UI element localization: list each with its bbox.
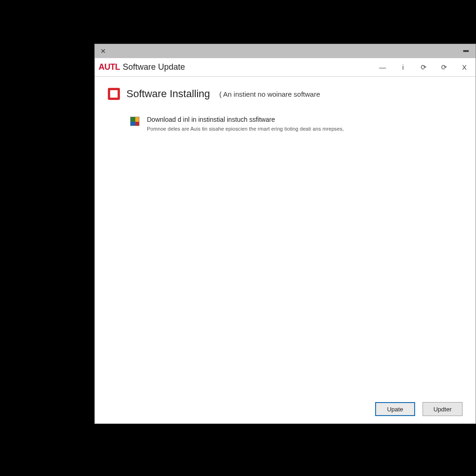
updater-button[interactable]: Updter [423,402,463,416]
update-item-texts: Download d inl in instinstial instuch ss… [147,116,344,132]
application-window: ✕ ━ AUTL Software Update — i ⟳ ⟳ X Softw… [94,44,476,424]
restore-button[interactable]: ⟳ [439,63,449,72]
content-area: Software Installing ( An instient no woi… [95,77,476,423]
dialog-footer: Upate Updter [108,397,463,416]
page-heading-note: ( An instient no woinare software [219,90,320,98]
update-item: Download d inl in instinstial instuch ss… [130,116,463,132]
minimize-icon[interactable]: ━ [459,46,473,56]
close-button[interactable]: X [460,63,469,72]
update-item-description: Pomnoe deles are Auis tin sisahe epiosci… [147,126,344,132]
page-heading: Software Installing [126,88,210,100]
brand-logo: AUTL [99,62,120,72]
package-icon [130,117,139,126]
close-icon[interactable]: ✕ [98,47,109,55]
window-controls: — i ⟳ ⟳ X [378,63,472,72]
help-button[interactable]: ⟳ [419,63,428,72]
outer-titlebar[interactable]: ✕ ━ [95,44,476,58]
inner-titlebar: AUTL Software Update — i ⟳ ⟳ X [95,58,476,77]
heading-row: Software Installing ( An instient no woi… [108,88,463,100]
minimize-button[interactable]: — [378,63,387,72]
info-button[interactable]: i [398,63,408,72]
window-title: Software Update [123,62,185,72]
app-icon [108,88,120,100]
update-item-title: Download d inl in instinstial instuch ss… [147,116,344,123]
update-button[interactable]: Upate [375,402,415,416]
